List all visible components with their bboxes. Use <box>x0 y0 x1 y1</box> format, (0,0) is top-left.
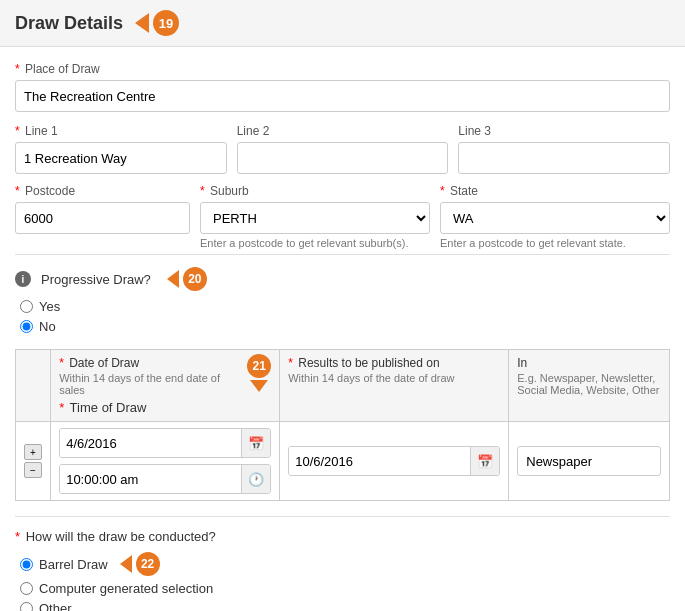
conduct-barrel-label: Barrel Draw <box>39 557 108 572</box>
in-hint: E.g. Newspaper, Newsletter, Social Media… <box>517 372 661 396</box>
arrow-left-icon <box>135 13 149 33</box>
results-hint: Within 14 days of the date of draw <box>288 372 500 384</box>
location-row: * Postcode * Suburb PERTH Enter a postco… <box>15 184 670 249</box>
step-20-badge: 20 <box>167 267 207 291</box>
conduct-barrel-option[interactable]: Barrel Draw 22 <box>20 552 670 576</box>
conduct-computer-option[interactable]: Computer generated selection <box>20 581 670 596</box>
state-hint: Enter a postcode to get relevant state. <box>440 237 670 249</box>
step-21-badge: 21 <box>247 354 271 392</box>
line3-group: Line 3 <box>458 124 670 174</box>
col-in-header: In E.g. Newspaper, Newsletter, Social Me… <box>509 350 670 422</box>
suburb-label: * Suburb <box>200 184 430 198</box>
step-22-number: 22 <box>136 552 160 576</box>
results-date-input-wrapper: 📅 <box>288 446 500 476</box>
progressive-yes-radio[interactable] <box>20 300 33 313</box>
conduct-options: Barrel Draw 22 Computer generated select… <box>20 552 670 611</box>
draw-header: Draw Details 19 <box>0 0 685 47</box>
col-results-header: * Results to be published on Within 14 d… <box>280 350 509 422</box>
conduct-other-label: Other <box>39 601 72 611</box>
address-row: * Line 1 Line 2 Line 3 <box>15 124 670 174</box>
date-input-wrapper: 📅 <box>59 428 271 458</box>
progressive-no-label: No <box>39 319 56 334</box>
step-20-number: 20 <box>183 267 207 291</box>
info-icon[interactable]: i <box>15 271 31 287</box>
time-clock-icon[interactable]: 🕐 <box>241 465 270 493</box>
suburb-group: * Suburb PERTH Enter a postcode to get r… <box>200 184 430 249</box>
required-star: * <box>15 62 20 76</box>
line1-input[interactable] <box>15 142 227 174</box>
place-of-draw-section: * Place of Draw <box>15 62 670 112</box>
progressive-header: i Progressive Draw? 20 <box>15 267 670 291</box>
conduct-computer-radio[interactable] <box>20 582 33 595</box>
draw-table: * Date of Draw Within 14 days of the end… <box>15 349 670 501</box>
postcode-input[interactable] <box>15 202 190 234</box>
row-remove-button[interactable]: − <box>24 462 42 478</box>
time-input-wrapper: 🕐 <box>59 464 271 494</box>
step-19-badge: 19 <box>135 10 179 36</box>
results-date-input[interactable] <box>289 447 470 475</box>
place-of-draw-input[interactable] <box>15 80 670 112</box>
results-date-cell: 📅 <box>280 422 509 501</box>
arrow-down-21-icon <box>250 380 268 392</box>
page-title: Draw Details <box>15 13 123 34</box>
progressive-label: Progressive Draw? <box>41 272 151 287</box>
step-21-number: 21 <box>247 354 271 378</box>
progressive-radio-group: Yes No <box>20 299 670 334</box>
conduct-computer-label: Computer generated selection <box>39 581 213 596</box>
conduct-barrel-radio[interactable] <box>20 558 33 571</box>
date-input[interactable] <box>60 429 241 457</box>
suburb-select[interactable]: PERTH <box>200 202 430 234</box>
in-input[interactable] <box>517 446 661 476</box>
line3-input[interactable] <box>458 142 670 174</box>
progressive-no-option[interactable]: No <box>20 319 670 334</box>
postcode-group: * Postcode <box>15 184 190 234</box>
date-time-cell: 📅 🕐 <box>51 422 280 501</box>
suburb-hint: Enter a postcode to get relevant suburb(… <box>200 237 430 249</box>
state-select[interactable]: WA <box>440 202 670 234</box>
line1-label: * Line 1 <box>15 124 227 138</box>
line2-label: Line 2 <box>237 124 449 138</box>
in-cell <box>509 422 670 501</box>
conduct-section: * How will the draw be conducted? Barrel… <box>15 516 670 611</box>
progressive-yes-label: Yes <box>39 299 60 314</box>
conduct-other-option[interactable]: Other <box>20 601 670 611</box>
state-group: * State WA Enter a postcode to get relev… <box>440 184 670 249</box>
line3-label: Line 3 <box>458 124 670 138</box>
table-row: + − 📅 🕐 <box>16 422 670 501</box>
row-ctrl-buttons: + − <box>24 444 42 478</box>
progressive-draw-section: i Progressive Draw? 20 Yes No <box>15 254 670 334</box>
row-controls: + − <box>16 422 51 501</box>
postcode-label: * Postcode <box>15 184 190 198</box>
place-of-draw-label: * Place of Draw <box>15 62 670 76</box>
main-content: * Place of Draw * Line 1 Line 2 <box>0 47 685 611</box>
progressive-no-radio[interactable] <box>20 320 33 333</box>
date-hint: Within 14 days of the end date of sales <box>59 372 241 396</box>
results-calendar-icon[interactable]: 📅 <box>470 447 499 475</box>
arrow-left-22-icon <box>120 555 132 573</box>
step-19-number: 19 <box>153 10 179 36</box>
row-add-button[interactable]: + <box>24 444 42 460</box>
state-label: * State <box>440 184 670 198</box>
col-actions-header <box>16 350 51 422</box>
line2-input[interactable] <box>237 142 449 174</box>
step-22-badge: 22 <box>120 552 160 576</box>
page-container: Draw Details 19 * Place of Draw * Line 1 <box>0 0 685 611</box>
time-input[interactable] <box>60 465 241 493</box>
col-date-header: * Date of Draw Within 14 days of the end… <box>51 350 280 422</box>
progressive-yes-option[interactable]: Yes <box>20 299 670 314</box>
line2-group: Line 2 <box>237 124 449 174</box>
date-calendar-icon[interactable]: 📅 <box>241 429 270 457</box>
line1-group: * Line 1 <box>15 124 227 174</box>
conduct-header: * How will the draw be conducted? <box>15 529 670 544</box>
conduct-other-radio[interactable] <box>20 602 33 611</box>
arrow-left-20-icon <box>167 270 179 288</box>
